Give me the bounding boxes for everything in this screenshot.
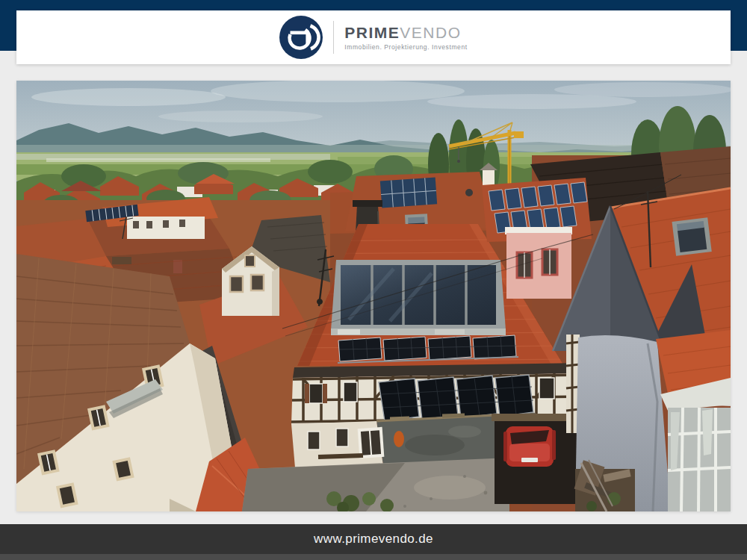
aerial-photo (16, 81, 731, 511)
brand-wordmark: PRIMEVENDO Immobilien. Projektierung. In… (344, 24, 467, 51)
footer-accent-strip (0, 554, 747, 560)
footer-url[interactable]: www.primevendo.de (0, 524, 747, 554)
red-car (503, 426, 556, 467)
brand-divider (333, 21, 334, 54)
header-card: PRIMEVENDO Immobilien. Projektierung. In… (16, 10, 731, 64)
brand-logo-icon (279, 16, 323, 59)
roof-skylight (672, 217, 711, 256)
brand-word-vendo: VENDO (400, 24, 461, 41)
conservatory (660, 378, 731, 511)
brand-word-prime: PRIME (344, 24, 400, 41)
footer-bar: www.primevendo.de (0, 524, 747, 560)
brand-tagline: Immobilien. Projektierung. Investment (344, 43, 467, 51)
brand-lockup: PRIMEVENDO Immobilien. Projektierung. In… (279, 16, 467, 59)
gray-wall-house (566, 330, 731, 511)
glass-skylight-band (331, 260, 506, 335)
